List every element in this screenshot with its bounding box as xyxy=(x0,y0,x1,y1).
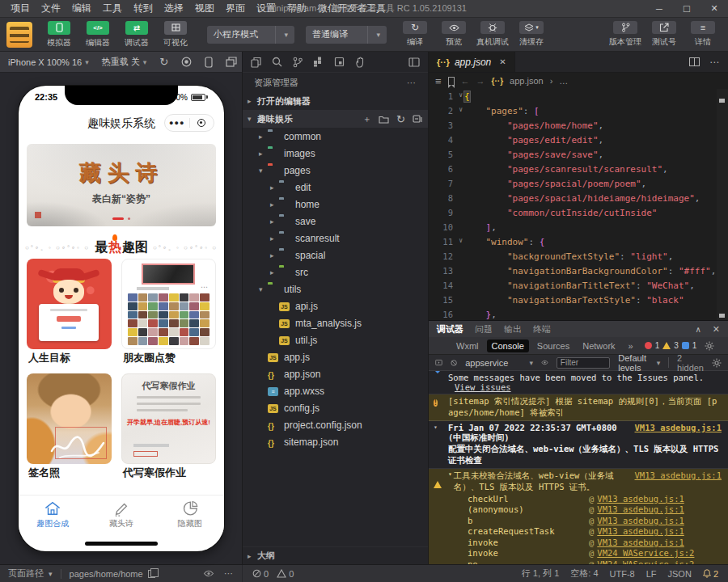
files-icon[interactable] xyxy=(251,57,261,68)
tree-item-src[interactable]: ▸src xyxy=(243,264,428,280)
more-icon[interactable] xyxy=(224,568,234,579)
tree-item-pages[interactable]: ▾pages xyxy=(243,162,428,179)
debugger-tab-终端[interactable]: 终端 xyxy=(533,323,551,335)
compile-select[interactable]: 普通编译 xyxy=(306,26,387,44)
tree-item-api.js[interactable]: JSapi.js xyxy=(243,297,428,314)
tree-item-home[interactable]: ▸home xyxy=(243,196,428,213)
menu-item[interactable]: 界面 xyxy=(220,2,251,15)
more-options-button[interactable]: ●●● xyxy=(165,119,189,127)
tree-item-util.js[interactable]: JSutil.js xyxy=(243,331,428,348)
statusbar-cursor-position[interactable]: 行 1, 列 1 xyxy=(522,567,559,580)
debugger-tab-输出[interactable]: 输出 xyxy=(504,323,522,335)
more-menu-icon[interactable] xyxy=(724,340,728,352)
tree-item-utils[interactable]: ▾utils xyxy=(243,280,428,297)
console-settings[interactable] xyxy=(712,358,722,368)
context-select[interactable]: appservice xyxy=(465,358,533,368)
editor-minimap[interactable] xyxy=(717,89,728,320)
stack-source-link[interactable]: VM13 asdebug.js:1 xyxy=(597,526,684,536)
minimize-button[interactable] xyxy=(645,0,673,18)
hand-icon[interactable] xyxy=(355,57,365,68)
breadcrumb-file[interactable]: app.json xyxy=(510,76,544,86)
clear-console-icon[interactable] xyxy=(451,358,457,368)
filter-input[interactable]: Filter xyxy=(557,357,610,369)
problems-indicator[interactable]: 0 0 xyxy=(243,569,303,579)
debugger-tab-调试器[interactable]: 调试器 xyxy=(437,323,463,335)
outline-list-icon[interactable] xyxy=(435,75,442,87)
fold-icon[interactable] xyxy=(459,91,463,99)
toolbar-button-清缓存[interactable]: ▾清缓存 xyxy=(513,21,550,48)
explorer-more-icon[interactable] xyxy=(407,78,417,88)
settings-gear-icon[interactable] xyxy=(705,341,714,351)
tab-app-json[interactable]: {··} app.json xyxy=(429,52,515,72)
device-frame-icon[interactable] xyxy=(205,57,213,68)
tree-item-spacial[interactable]: ▸spacial xyxy=(243,247,428,264)
code-editor[interactable]: 1{2 "pages": [3 "pages/home/home",4 "pag… xyxy=(429,89,728,320)
devtools-tab-Network[interactable]: Network xyxy=(578,340,620,352)
device-select[interactable]: iPhone X 100% 16 xyxy=(8,57,89,67)
toolbar-button-编辑器[interactable]: </>编辑器 xyxy=(79,21,116,48)
notifications-indicator[interactable]: 2 xyxy=(703,569,718,579)
stack-source-link[interactable]: VM13 asdebug.js:1 xyxy=(597,538,684,547)
menu-item[interactable]: 转到 xyxy=(128,2,159,15)
banner-carousel[interactable]: 藏头诗 表白新“姿势” xyxy=(27,144,216,226)
devtools-tab-Wxml[interactable]: Wxml xyxy=(451,340,484,352)
stack-source-link[interactable]: VM24 WAService.js:2 xyxy=(597,548,694,558)
new-file-icon[interactable] xyxy=(362,113,371,125)
extensions-icon[interactable] xyxy=(313,57,324,67)
tree-item-app.wxss[interactable]: ≡app.wxss xyxy=(243,382,428,399)
refresh-icon[interactable] xyxy=(159,56,168,68)
fold-icon[interactable] xyxy=(459,237,463,244)
stack-source-link[interactable]: VM13 asdebug.js:1 xyxy=(597,504,684,514)
statusbar-language-mode[interactable]: JSON xyxy=(668,569,692,579)
source-link[interactable]: VM13 asdebug.js:1 xyxy=(635,423,722,432)
project-section[interactable]: 趣味娱乐 xyxy=(243,110,428,128)
toolbar-button-测试号[interactable]: 测试号 xyxy=(645,21,683,48)
toolbar-button-版本管理[interactable]: 版本管理 xyxy=(607,21,644,48)
statusbar-eol[interactable]: LF xyxy=(646,569,657,579)
menu-item[interactable]: 视图 xyxy=(189,2,220,15)
hot-reload-select[interactable]: 热重载 关 xyxy=(102,56,147,68)
exit-button[interactable] xyxy=(190,119,214,127)
split-editor-icon[interactable] xyxy=(689,57,700,66)
menu-item[interactable]: 选择 xyxy=(159,2,189,15)
maximize-button[interactable] xyxy=(673,0,700,18)
close-button[interactable] xyxy=(700,0,728,18)
tree-item-mta_analysis.js[interactable]: JSmta_analysis.js xyxy=(243,314,428,331)
console-messages[interactable]: Some messages have been moved to the Iss… xyxy=(429,371,728,564)
editor-more-icon[interactable] xyxy=(709,57,720,68)
menu-item[interactable]: 项目 xyxy=(5,2,36,15)
tree-item-save[interactable]: ▸save xyxy=(243,213,428,230)
mini-tab-趣图合成[interactable]: 趣图合成 xyxy=(19,496,87,534)
menu-item[interactable]: 工具 xyxy=(97,2,128,15)
record-icon[interactable] xyxy=(181,57,192,67)
user-avatar[interactable] xyxy=(6,22,32,48)
view-issues-link[interactable]: View issues xyxy=(455,382,511,392)
tree-item-scanresult[interactable]: ▸scanresult xyxy=(243,230,428,247)
multi-window-icon[interactable] xyxy=(226,57,237,67)
git-branch-icon[interactable] xyxy=(293,57,303,68)
copy-path-icon[interactable] xyxy=(148,570,155,578)
more-tabs-icon[interactable] xyxy=(629,341,633,351)
debugger-tab-问题[interactable]: 问题 xyxy=(475,323,493,335)
mini-tab-藏头诗[interactable]: 藏头诗 xyxy=(87,496,156,534)
issue-badges[interactable]: 1 3 1 xyxy=(645,341,697,350)
devtools-tab-Console[interactable]: Console xyxy=(487,340,529,352)
home-indicator[interactable] xyxy=(85,542,158,546)
menu-item[interactable]: 编辑 xyxy=(66,2,97,15)
tree-item-app.js[interactable]: JSapp.js xyxy=(243,348,428,365)
tree-item-images[interactable]: ▸images xyxy=(243,145,428,162)
open-editors-section[interactable]: 打开的编辑器 xyxy=(243,92,428,110)
nav-forward-icon[interactable] xyxy=(476,76,485,86)
toolbar-button-可视化[interactable]: 可视化 xyxy=(157,21,194,48)
card-homework[interactable]: 代写寒假作业 开学就早,迫在眉睫,预订从速! 代写寒假作业 xyxy=(121,373,216,482)
console-sidebar-icon[interactable] xyxy=(435,358,442,367)
bookmark-icon[interactable] xyxy=(448,77,455,85)
search-icon[interactable] xyxy=(272,57,282,67)
new-folder-icon[interactable] xyxy=(379,115,389,124)
toolbar-button-真机调试[interactable]: 真机调试 xyxy=(474,21,511,48)
nav-back-icon[interactable] xyxy=(461,76,470,86)
refresh-explorer-icon[interactable] xyxy=(396,113,405,125)
eye-filter-icon[interactable] xyxy=(541,359,548,366)
source-link[interactable]: VM13 asdebug.js:1 xyxy=(635,470,722,480)
mini-tab-隐藏图[interactable]: 隐藏图 xyxy=(155,496,224,534)
